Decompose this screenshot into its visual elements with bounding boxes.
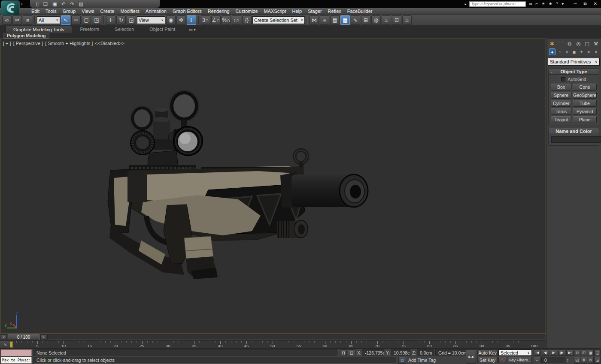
- primitive-button[interactable]: Plane: [573, 116, 597, 123]
- tab-create[interactable]: ✱: [548, 40, 556, 47]
- time-tag-icon[interactable]: ⧉: [398, 357, 406, 364]
- primitive-button[interactable]: Box: [551, 84, 571, 90]
- menu-item[interactable]: Views: [79, 8, 97, 15]
- open-file-icon[interactable]: ❏: [43, 2, 48, 6]
- autogrid-checkbox[interactable]: [561, 77, 565, 81]
- viewport-shading-label[interactable]: [ Smooth + Highlights ]: [45, 41, 93, 46]
- new-file-icon[interactable]: ▯: [36, 2, 39, 6]
- select-object-icon[interactable]: ↖: [61, 15, 70, 25]
- spinner-snap-icon[interactable]: ↕∩: [232, 15, 241, 25]
- zoom-region-icon[interactable]: ◰: [574, 357, 580, 364]
- named-selection-sets-dropdown[interactable]: Create Selection Set∨: [252, 16, 305, 24]
- primitive-button[interactable]: Torus: [551, 108, 571, 115]
- close-button[interactable]: ✕: [594, 2, 597, 6]
- ribbon-tab[interactable]: Object Paint: [142, 26, 183, 33]
- auto-key-button[interactable]: Auto Key: [477, 349, 498, 356]
- z-coordinate-field[interactable]: 0.0cm: [417, 349, 434, 356]
- favorites-star-icon[interactable]: ★: [549, 2, 552, 6]
- current-frame-field[interactable]: 0: [541, 357, 565, 363]
- pan-icon[interactable]: ✥: [581, 357, 587, 364]
- subtab-helpers[interactable]: ⌖: [578, 48, 585, 55]
- use-pivot-point-center-icon[interactable]: ◉: [166, 15, 176, 25]
- primitive-button[interactable]: Cylinder: [551, 100, 571, 107]
- help-icon[interactable]: ?: [556, 2, 559, 6]
- perspective-viewport[interactable]: [ + ][ Perspective ][ Smooth + Highlight…: [0, 39, 546, 334]
- ribbon-tab[interactable]: Freeform: [72, 26, 107, 33]
- primitive-button[interactable]: Pyramid: [573, 108, 597, 115]
- select-by-name-icon[interactable]: ≔: [71, 15, 81, 25]
- absolute-transform-icon[interactable]: ⊡: [348, 349, 355, 356]
- menu-item[interactable]: Help: [289, 8, 305, 15]
- toggle-ribbon-icon[interactable]: ▦: [340, 15, 350, 25]
- object-name-field[interactable]: [551, 136, 601, 143]
- ribbon-tab[interactable]: Graphite Modeling Tools: [5, 26, 72, 33]
- search-binoculars-icon[interactable]: ∞: [529, 2, 532, 6]
- tab-modify[interactable]: ⌒: [557, 40, 565, 47]
- menu-item[interactable]: Edit: [28, 8, 42, 15]
- tab-utilities[interactable]: ⚒: [592, 40, 600, 47]
- save-file-icon[interactable]: ▣: [52, 2, 57, 6]
- menu-item[interactable]: Group: [60, 8, 79, 15]
- add-time-tag[interactable]: Add Time Tag: [408, 357, 436, 364]
- key-set-dropdown[interactable]: Selected ∨: [498, 349, 532, 356]
- time-slider-track[interactable]: [47, 334, 545, 340]
- manage-layers-icon[interactable]: ▤: [330, 15, 340, 25]
- primitive-button[interactable]: Cone: [573, 84, 597, 90]
- schematic-view-icon[interactable]: ⊞: [361, 15, 370, 25]
- keyboard-override-icon[interactable]: ⇧: [187, 15, 196, 25]
- zoom-extents-all-icon[interactable]: ◱: [594, 349, 601, 356]
- set-keys-button[interactable]: ⊶: [466, 349, 476, 364]
- 3ds-max-logo[interactable]: [1, 0, 20, 15]
- bind-to-space-warp-icon[interactable]: ≋: [23, 15, 32, 25]
- frame-spinner[interactable]: ▲▼: [566, 357, 569, 363]
- name-color-rollout-header[interactable]: - Name and Color: [549, 128, 599, 134]
- viewport-menu-plus[interactable]: [ + ]: [3, 41, 11, 46]
- previous-frame-icon[interactable]: ◀|: [542, 349, 549, 356]
- select-and-scale-icon[interactable]: ◲: [127, 15, 136, 25]
- primitive-button[interactable]: GeoSphere: [573, 92, 597, 99]
- select-and-move-icon[interactable]: ✛: [106, 15, 115, 25]
- redo-icon[interactable]: ↷: [70, 2, 74, 6]
- viewport-pov-label[interactable]: [ Perspective ]: [13, 41, 43, 46]
- primitive-button[interactable]: Sphere: [551, 92, 571, 99]
- subtab-space-warps[interactable]: ≈: [586, 48, 592, 55]
- next-frame-icon[interactable]: |▶: [558, 349, 565, 356]
- tab-motion[interactable]: ◎: [575, 40, 583, 47]
- macro-recorder-pane[interactable]: [1, 349, 32, 356]
- time-slider-handle[interactable]: 0 / 100: [8, 334, 39, 340]
- communication-center-icon[interactable]: ✴: [541, 2, 545, 6]
- render-setup-icon[interactable]: ♨: [382, 15, 391, 25]
- menu-item[interactable]: FaceBuilder: [344, 8, 376, 15]
- select-and-rotate-icon[interactable]: ↻: [116, 15, 126, 25]
- window-crossing-icon[interactable]: ◳: [92, 15, 101, 25]
- snaps-toggle-3d-icon[interactable]: 3∩: [201, 15, 210, 25]
- menu-item[interactable]: Stager: [305, 8, 325, 15]
- select-and-link-icon[interactable]: ∞: [2, 15, 12, 25]
- restore-button[interactable]: ⧉: [583, 2, 586, 6]
- rifle-3d-model[interactable]: [0, 39, 546, 333]
- select-and-manipulate-icon[interactable]: ✜: [176, 15, 186, 25]
- next-frame-slider-button[interactable]: >: [40, 334, 46, 340]
- go-to-end-icon[interactable]: ▶|: [566, 349, 574, 356]
- orbit-icon[interactable]: ↻: [588, 357, 594, 364]
- rendered-frame-window-icon[interactable]: ⊡: [392, 15, 401, 25]
- x-coordinate-field[interactable]: -126.735cm: [362, 349, 384, 356]
- ribbon-display-toggle-icon[interactable]: ▭ ▾: [189, 26, 196, 33]
- menu-item[interactable]: Graph Editors: [170, 8, 205, 15]
- subtab-geometry[interactable]: ●: [549, 48, 555, 55]
- zoom-icon[interactable]: ⊕: [574, 349, 580, 356]
- maxscript-mini-listener[interactable]: Max to Physc:: [1, 357, 32, 364]
- menu-item[interactable]: Tools: [42, 8, 60, 15]
- viewport-disabled-label[interactable]: <<Disabled>>: [95, 41, 124, 46]
- menu-item[interactable]: Create: [97, 8, 117, 15]
- current-frame-marker[interactable]: [10, 341, 13, 348]
- percent-snap-icon[interactable]: %∩: [222, 15, 231, 25]
- menu-item[interactable]: MAXScript: [261, 8, 289, 15]
- ribbon-tab[interactable]: Selection: [107, 26, 142, 33]
- object-type-rollout-header[interactable]: - Object Type: [549, 69, 599, 75]
- tab-display[interactable]: ▢: [583, 40, 591, 47]
- align-icon[interactable]: ≡: [320, 15, 329, 25]
- infocenter-arrow[interactable]: ▸: [464, 2, 466, 6]
- go-to-start-icon[interactable]: |◀: [534, 349, 541, 356]
- tab-hierarchy[interactable]: ⧉: [566, 40, 574, 47]
